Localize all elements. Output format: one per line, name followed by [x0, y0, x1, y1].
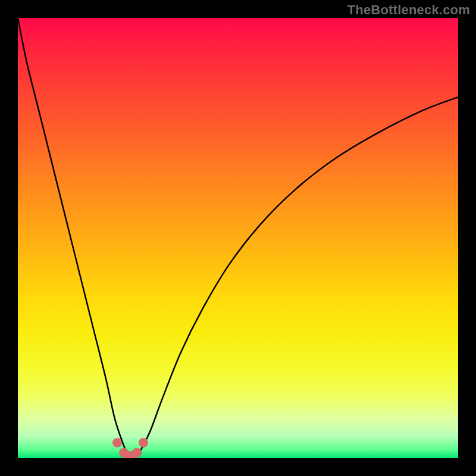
highlight-markers [18, 18, 458, 458]
chart-frame: TheBottleneck.com [0, 0, 476, 476]
watermark-text: TheBottleneck.com [347, 2, 470, 18]
highlight-marker [139, 438, 148, 447]
plot-area [18, 18, 458, 458]
highlight-marker [112, 438, 122, 447]
highlight-marker [132, 448, 142, 458]
